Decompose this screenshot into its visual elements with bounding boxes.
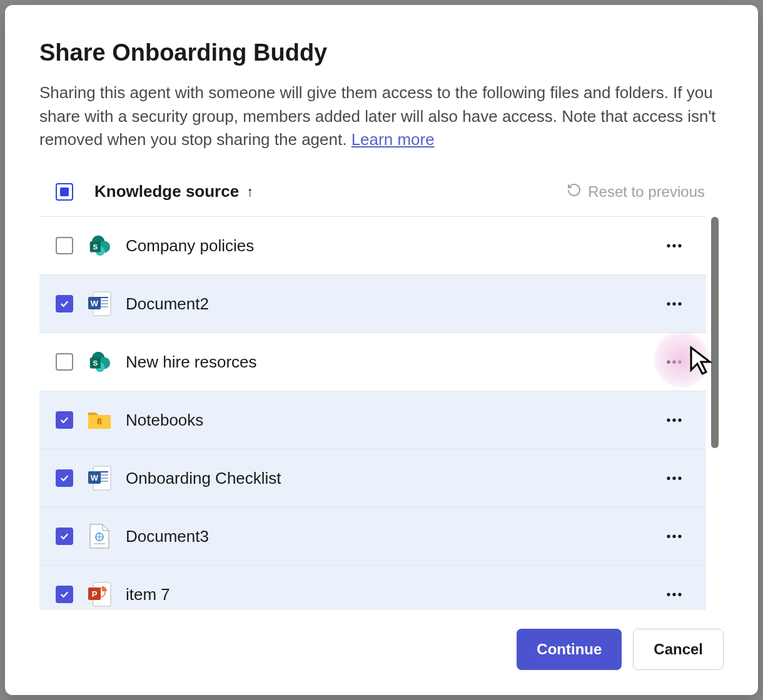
row-label: Document3 (126, 527, 649, 546)
select-all-checkbox[interactable] (56, 183, 73, 201)
column-header-knowledge-source[interactable]: Knowledge source ↑ (94, 182, 253, 201)
row-checkbox[interactable] (56, 411, 73, 429)
row-checkbox[interactable] (56, 469, 73, 487)
table-body: S Company policies ••• W (39, 217, 719, 610)
svg-text:S: S (93, 359, 98, 367)
more-options-button[interactable]: ••• (662, 582, 687, 607)
row-checkbox[interactable] (56, 295, 73, 312)
svg-rect-28 (94, 543, 105, 544)
more-options-button[interactable]: ••• (662, 233, 687, 258)
word-icon: W (87, 291, 112, 316)
svg-text:W: W (91, 299, 99, 308)
scrollbar-thumb[interactable] (711, 217, 719, 448)
table-row[interactable]: 8 Notebooks ••• (39, 391, 706, 449)
table-row[interactable]: Document3 ••• (39, 508, 706, 566)
row-checkbox[interactable] (56, 586, 73, 603)
row-label: Company policies (126, 236, 649, 256)
folder-icon: 8 (87, 408, 112, 432)
row-label: Notebooks (126, 411, 649, 430)
reset-button[interactable]: Reset to previous (567, 182, 705, 201)
table-row[interactable]: P item 7 ••• (39, 566, 706, 610)
learn-more-link[interactable]: Learn more (351, 130, 435, 149)
svg-text:8: 8 (97, 416, 102, 426)
row-label: Document2 (126, 294, 649, 314)
checkbox-indeterminate-icon (60, 188, 69, 196)
row-label: New hire resorces (126, 352, 649, 372)
column-header-label: Knowledge source (94, 182, 239, 201)
continue-button[interactable]: Continue (517, 629, 622, 670)
more-options-button[interactable]: ••• (662, 466, 687, 491)
header-left: Knowledge source ↑ (56, 182, 253, 201)
reset-icon (567, 182, 582, 201)
dialog-title: Share Onboarding Buddy (39, 39, 724, 66)
row-checkbox[interactable] (56, 528, 73, 545)
row-checkbox[interactable] (56, 353, 73, 371)
more-options-button[interactable]: ••• (662, 291, 687, 316)
dialog-footer: Continue Cancel (39, 610, 724, 670)
row-checkbox[interactable] (56, 237, 73, 254)
sharepoint-icon: S (87, 233, 112, 258)
more-options-button[interactable]: ••• (662, 524, 687, 549)
row-label: item 7 (126, 585, 649, 604)
powerpoint-icon: P (87, 582, 112, 607)
dialog-description: Sharing this agent with someone will giv… (39, 81, 724, 152)
svg-text:W: W (91, 473, 99, 482)
svg-text:S: S (93, 243, 98, 251)
table-row[interactable]: W Document2 ••• (39, 275, 706, 333)
table-row[interactable]: W Onboarding Checklist ••• (39, 449, 706, 508)
table-row[interactable]: S New hire resorces ••• (39, 333, 706, 391)
table-header: Knowledge source ↑ Reset to previous (39, 174, 705, 217)
reset-label: Reset to previous (588, 183, 705, 201)
more-options-button[interactable]: ••• (662, 408, 687, 432)
cancel-button[interactable]: Cancel (633, 629, 724, 670)
share-dialog: Share Onboarding Buddy Sharing this agen… (5, 5, 758, 695)
sharepoint-icon: S (87, 349, 112, 374)
word-icon: W (87, 466, 112, 491)
generic-file-icon (87, 524, 112, 549)
more-options-button[interactable]: ••• (662, 349, 687, 374)
sort-ascending-icon: ↑ (246, 184, 253, 200)
row-label: Onboarding Checklist (126, 469, 649, 488)
svg-text:P: P (92, 589, 98, 599)
table-row[interactable]: S Company policies ••• (39, 217, 706, 275)
